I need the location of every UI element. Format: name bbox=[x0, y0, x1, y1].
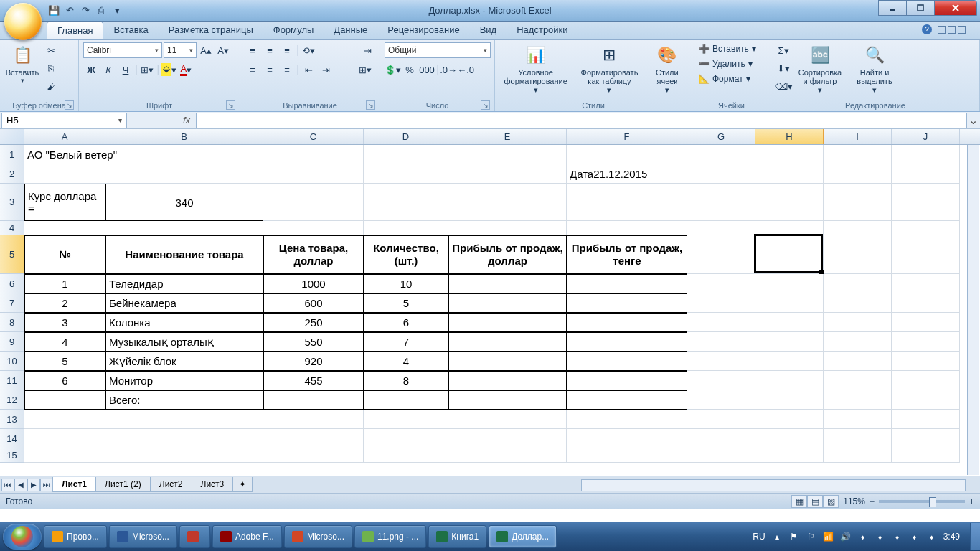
dialog-launcher-icon[interactable]: ↘ bbox=[481, 100, 490, 110]
dialog-launcher-icon[interactable]: ↘ bbox=[65, 100, 74, 110]
cell[interactable] bbox=[263, 410, 364, 429]
row-header[interactable]: 3 bbox=[0, 184, 24, 221]
column-header[interactable]: J bbox=[892, 129, 960, 144]
cell[interactable] bbox=[824, 410, 892, 429]
zoom-in-button[interactable]: + bbox=[969, 496, 974, 507]
ribbon-tab-главная[interactable]: Главная bbox=[47, 22, 103, 39]
fill-color-button[interactable]: ⬙▾ bbox=[161, 62, 176, 77]
find-select-button[interactable]: 🔍Найти и выделить ▾ bbox=[849, 42, 900, 96]
ribbon-close-button[interactable] bbox=[958, 26, 966, 34]
cell[interactable]: 7 bbox=[364, 332, 448, 352]
cell[interactable]: 8 bbox=[364, 371, 448, 390]
shrink-font-button[interactable]: A▾ bbox=[215, 42, 231, 58]
cell[interactable] bbox=[892, 274, 960, 293]
cell[interactable] bbox=[687, 448, 755, 463]
cell[interactable] bbox=[824, 221, 892, 235]
row-header[interactable]: 14 bbox=[0, 429, 24, 448]
cell[interactable] bbox=[755, 390, 824, 410]
cell[interactable] bbox=[824, 235, 892, 274]
cell[interactable] bbox=[892, 410, 960, 429]
formula-expand-button[interactable]: ⌄ bbox=[967, 113, 979, 128]
italic-button[interactable]: К bbox=[100, 62, 116, 77]
cell[interactable] bbox=[755, 274, 824, 293]
cell[interactable] bbox=[687, 145, 755, 164]
align-bottom-button[interactable]: ≡ bbox=[279, 42, 295, 58]
column-header[interactable]: A bbox=[24, 129, 105, 144]
cell[interactable] bbox=[687, 352, 755, 371]
cell[interactable] bbox=[687, 371, 755, 390]
cell[interactable] bbox=[687, 184, 755, 221]
taskbar-item[interactable]: Microso... bbox=[284, 525, 352, 548]
dialog-launcher-icon[interactable]: ↘ bbox=[366, 100, 375, 110]
clock[interactable]: 3:49 bbox=[943, 532, 960, 542]
cell[interactable] bbox=[448, 164, 567, 184]
cell[interactable] bbox=[824, 145, 892, 164]
cell[interactable] bbox=[567, 410, 687, 429]
currency-button[interactable]: 💲▾ bbox=[385, 62, 400, 77]
cell[interactable] bbox=[24, 221, 105, 235]
cell[interactable] bbox=[687, 390, 755, 410]
normal-view-button[interactable]: ▦ bbox=[791, 495, 807, 508]
decrease-decimal-button[interactable]: ←.0 bbox=[458, 62, 473, 77]
wrap-text-button[interactable]: ⇥ bbox=[360, 42, 375, 58]
cell[interactable] bbox=[824, 371, 892, 390]
cell[interactable] bbox=[755, 184, 824, 221]
row-header[interactable]: 1 bbox=[0, 145, 24, 164]
cell[interactable] bbox=[755, 293, 824, 313]
tray-volume-icon[interactable]: 🔊 bbox=[840, 531, 852, 542]
cell[interactable]: Монитор bbox=[105, 371, 263, 390]
cell[interactable] bbox=[892, 313, 960, 332]
cell[interactable] bbox=[824, 332, 892, 352]
horizontal-scrollbar[interactable] bbox=[581, 479, 966, 491]
office-button[interactable] bbox=[4, 3, 42, 40]
cell[interactable]: Музыкалық орталық bbox=[105, 332, 263, 352]
qat-new-icon[interactable]: ▾ bbox=[110, 4, 124, 18]
paste-button[interactable]: 📋Вставить▾ bbox=[4, 42, 40, 85]
help-icon[interactable]: ? bbox=[922, 24, 932, 34]
cell[interactable] bbox=[567, 221, 687, 235]
column-header[interactable]: H bbox=[755, 129, 824, 144]
cell[interactable] bbox=[24, 448, 105, 463]
sheet-nav-last[interactable]: ⏭ bbox=[40, 479, 53, 491]
page-break-view-button[interactable]: ▧ bbox=[823, 495, 839, 508]
cell[interactable] bbox=[567, 274, 687, 293]
cell[interactable] bbox=[364, 448, 448, 463]
cell[interactable] bbox=[824, 352, 892, 371]
cell[interactable] bbox=[687, 313, 755, 332]
tray-action-icon[interactable]: ⚐ bbox=[806, 531, 817, 542]
taskbar-item[interactable]: Adobe F... bbox=[212, 525, 282, 548]
cell[interactable] bbox=[755, 221, 824, 235]
cell[interactable] bbox=[892, 429, 960, 448]
cell[interactable] bbox=[364, 410, 448, 429]
sheet-tab[interactable]: Лист1 bbox=[52, 477, 96, 492]
merge-center-button[interactable]: ⊞▾ bbox=[355, 62, 375, 77]
format-as-table-button[interactable]: ⊞Форматировать как таблицу ▾ bbox=[575, 42, 644, 96]
zoom-out-button[interactable]: − bbox=[870, 496, 875, 507]
row-header[interactable]: 12 bbox=[0, 390, 24, 410]
cell[interactable]: Количество, (шт.) bbox=[364, 235, 448, 274]
cell[interactable] bbox=[24, 164, 105, 184]
cell[interactable] bbox=[755, 235, 824, 274]
format-cells-button[interactable]: 📐Формат ▾ bbox=[697, 72, 766, 85]
cell[interactable] bbox=[687, 235, 755, 274]
format-painter-button[interactable]: 🖌 bbox=[43, 78, 59, 94]
column-header[interactable]: C bbox=[263, 129, 364, 144]
cell[interactable]: 550 bbox=[263, 332, 364, 352]
cell[interactable] bbox=[263, 429, 364, 448]
taskbar-item[interactable]: Книга1 bbox=[428, 525, 486, 548]
fx-icon[interactable]: fx bbox=[177, 115, 196, 126]
cell[interactable]: 10 bbox=[364, 274, 448, 293]
cell[interactable] bbox=[448, 221, 567, 235]
cell[interactable] bbox=[263, 164, 364, 184]
copy-button[interactable]: ⎘ bbox=[43, 60, 59, 76]
cell[interactable]: Бейнекамера bbox=[105, 293, 263, 313]
cell[interactable]: Прибыль от продаж, тенге bbox=[567, 235, 687, 274]
cell[interactable]: 3 bbox=[24, 313, 105, 332]
cell[interactable]: Прибыль от продаж, доллар bbox=[448, 235, 567, 274]
cell[interactable] bbox=[448, 293, 567, 313]
cell[interactable] bbox=[892, 221, 960, 235]
cell[interactable]: Дата 21.12.2015 bbox=[567, 164, 687, 184]
column-header[interactable]: E bbox=[448, 129, 567, 144]
qat-redo-icon[interactable]: ↷ bbox=[78, 4, 93, 18]
cell[interactable]: 1 bbox=[24, 274, 105, 293]
